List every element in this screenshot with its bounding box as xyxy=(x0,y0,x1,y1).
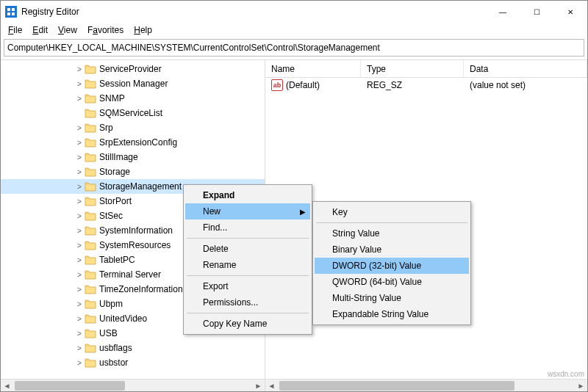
tree-item[interactable]: >Session Manager xyxy=(1,76,265,91)
tree-item-label: Terminal Server xyxy=(99,269,161,280)
expand-icon[interactable]: > xyxy=(74,315,85,323)
ctx-expand[interactable]: Expand xyxy=(185,187,310,203)
watermark: wsxdn.com xyxy=(548,370,584,378)
folder-icon xyxy=(85,357,96,368)
ctx-find[interactable]: Find... xyxy=(185,219,310,236)
tree-item[interactable]: >Storage xyxy=(1,164,265,179)
separator xyxy=(316,222,467,223)
tree-item-label: Storage xyxy=(99,167,130,177)
ctx-new-binary[interactable]: Binary Value xyxy=(315,242,469,258)
ctx-new-qword[interactable]: QWORD (64-bit) Value xyxy=(315,274,469,290)
scroll-right-icon[interactable]: ► xyxy=(575,380,587,392)
ctx-rename[interactable]: Rename xyxy=(185,257,310,273)
tree-item-label: TabletPC xyxy=(99,255,135,265)
ctx-new-string[interactable]: String Value xyxy=(315,225,469,242)
tree-item-label: SrpExtensionConfig xyxy=(99,137,177,148)
minimize-button[interactable]: — xyxy=(486,1,520,23)
submenu-arrow-icon: ▶ xyxy=(300,208,306,216)
tree-item[interactable]: SQMServiceList xyxy=(1,106,265,120)
tree-item[interactable]: >SNMP xyxy=(1,91,265,106)
folder-icon xyxy=(85,167,96,177)
scroll-left-icon[interactable]: ◄ xyxy=(265,380,278,392)
ctx-export[interactable]: Export xyxy=(185,278,310,294)
separator xyxy=(187,275,309,276)
context-menu-new: Key String Value Binary Value DWORD (32-… xyxy=(312,201,471,325)
regedit-icon xyxy=(5,6,17,18)
expand-icon[interactable]: > xyxy=(74,256,85,264)
folder-icon xyxy=(85,225,96,236)
col-type[interactable]: Type xyxy=(361,60,464,77)
expand-icon[interactable]: > xyxy=(74,359,85,367)
expand-icon[interactable]: > xyxy=(74,227,85,235)
folder-icon xyxy=(85,211,96,221)
menu-favorites[interactable]: Favorites xyxy=(83,23,128,37)
menu-edit[interactable]: Edit xyxy=(28,23,52,37)
expand-icon[interactable]: > xyxy=(74,168,85,176)
ctx-delete[interactable]: Delete xyxy=(185,241,310,257)
folder-icon xyxy=(85,284,96,294)
tree-item[interactable]: >usbstor xyxy=(1,355,265,370)
tree-item-label: Session Manager xyxy=(99,79,168,89)
tree-item[interactable]: >ServiceProvider xyxy=(1,62,265,76)
expand-icon[interactable]: > xyxy=(74,286,85,294)
tree-item[interactable]: >Srp xyxy=(1,120,265,135)
tree-item[interactable]: >StillImage xyxy=(1,150,265,164)
tree-item-label: usbflags xyxy=(99,343,132,353)
ctx-new-expandstring[interactable]: Expandable String Value xyxy=(315,306,469,322)
expand-icon[interactable]: > xyxy=(74,153,85,161)
maximize-button[interactable]: ☐ xyxy=(520,1,553,23)
expand-icon[interactable]: > xyxy=(74,80,85,88)
menu-help[interactable]: Help xyxy=(129,23,157,37)
close-button[interactable]: ✕ xyxy=(553,1,587,23)
expand-icon[interactable]: > xyxy=(74,212,85,220)
tree-hscroll[interactable]: ◄ ► xyxy=(1,379,265,391)
expand-icon[interactable]: > xyxy=(74,197,85,206)
tree-item-label: SQMServiceList xyxy=(99,108,162,118)
scroll-right-icon[interactable]: ► xyxy=(252,380,265,392)
ctx-new[interactable]: New▶ xyxy=(185,203,310,219)
expand-icon[interactable]: > xyxy=(74,344,85,352)
separator xyxy=(187,313,309,313)
tree-item[interactable]: >SrpExtensionConfig xyxy=(1,135,265,150)
list-header: Name Type Data xyxy=(265,60,587,78)
expand-icon[interactable]: > xyxy=(74,300,85,308)
expand-icon[interactable]: > xyxy=(74,65,85,73)
svg-rect-1 xyxy=(12,8,15,11)
expand-icon[interactable]: > xyxy=(74,330,85,338)
ctx-new-dword[interactable]: DWORD (32-bit) Value xyxy=(315,258,469,274)
expand-icon[interactable]: > xyxy=(74,242,85,250)
expand-icon[interactable]: > xyxy=(74,271,85,279)
folder-icon xyxy=(85,313,96,324)
scroll-thumb[interactable] xyxy=(15,381,125,391)
address-bar[interactable]: Computer\HKEY_LOCAL_MACHINE\SYSTEM\Curre… xyxy=(4,39,584,57)
scroll-thumb[interactable] xyxy=(279,381,514,391)
ctx-copy-key-name[interactable]: Copy Key Name xyxy=(185,316,310,332)
list-hscroll[interactable]: ◄ ► xyxy=(265,379,587,391)
expand-icon[interactable]: > xyxy=(74,124,85,132)
list-row[interactable]: ab(Default)REG_SZ(value not set) xyxy=(265,78,587,92)
tree-item-label: StorageManagement xyxy=(99,181,182,192)
value-type: REG_SZ xyxy=(367,80,402,90)
expand-icon[interactable]: > xyxy=(74,95,85,103)
folder-icon xyxy=(85,93,96,104)
ctx-permissions[interactable]: Permissions... xyxy=(185,294,310,311)
ctx-new-key[interactable]: Key xyxy=(315,204,469,220)
tree-item-label: StillImage xyxy=(99,152,138,162)
expand-icon[interactable]: > xyxy=(74,139,85,147)
string-value-icon: ab xyxy=(271,79,283,91)
folder-icon xyxy=(85,328,96,338)
tree-item-label: StSec xyxy=(99,211,123,221)
tree-item-label: Ubpm xyxy=(99,299,123,309)
col-name[interactable]: Name xyxy=(265,60,361,77)
folder-icon xyxy=(85,123,96,133)
menu-bar: File Edit View Favorites Help xyxy=(1,23,587,37)
tree-item-label: TimeZoneInformation xyxy=(99,284,183,294)
tree-item[interactable]: >usbflags xyxy=(1,341,265,355)
ctx-new-multistring[interactable]: Multi-String Value xyxy=(315,290,469,306)
expand-icon[interactable]: > xyxy=(74,183,85,191)
col-data[interactable]: Data xyxy=(464,60,587,77)
tree-item-label: SNMP xyxy=(99,93,125,104)
menu-file[interactable]: File xyxy=(4,23,26,37)
scroll-left-icon[interactable]: ◄ xyxy=(1,380,13,392)
menu-view[interactable]: View xyxy=(54,23,82,37)
